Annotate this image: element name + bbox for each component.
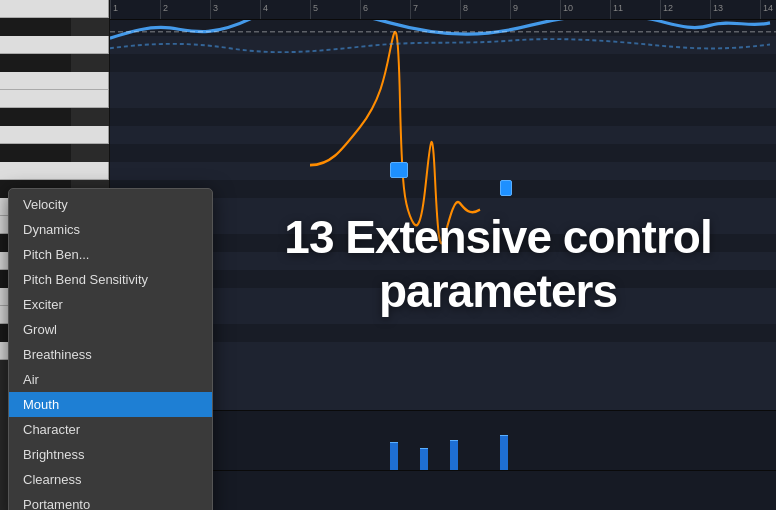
menu-item-velocity[interactable]: Velocity (9, 192, 212, 217)
ruler-mark (210, 0, 211, 19)
ruler-label: 11 (613, 3, 623, 13)
piano-key[interactable] (0, 108, 71, 126)
ruler-label: 10 (563, 3, 573, 13)
menu-item-pitch-bend[interactable]: Pitch Ben... (9, 242, 212, 267)
ruler-mark (560, 0, 561, 19)
velocity-bar (390, 442, 398, 470)
velocity-bar (500, 435, 508, 470)
piano-key[interactable] (0, 36, 109, 54)
piano-key[interactable] (0, 126, 109, 144)
note-row (110, 90, 776, 108)
ruler-mark (760, 0, 761, 19)
ruler-label: 5 (313, 3, 318, 13)
ruler-mark (710, 0, 711, 19)
menu-item-air[interactable]: Air (9, 367, 212, 392)
ruler-label: 8 (463, 3, 468, 13)
dropdown-menu: VelocityDynamicsPitch Ben...Pitch Bend S… (8, 188, 213, 510)
ruler-label: 6 (363, 3, 368, 13)
note-block[interactable] (390, 162, 408, 178)
ruler-label: 3 (213, 3, 218, 13)
menu-item-exciter[interactable]: Exciter (9, 292, 212, 317)
note-block[interactable] (500, 180, 512, 196)
menu-item-character[interactable]: Character (9, 417, 212, 442)
menu-item-pitch-bend-sensitivity[interactable]: Pitch Bend Sensitivity (9, 267, 212, 292)
piano-key[interactable] (0, 162, 109, 180)
menu-item-portamento[interactable]: Portamento (9, 492, 212, 510)
ruler-label: 7 (413, 3, 418, 13)
ruler-label: 14 (763, 3, 773, 13)
note-row (110, 126, 776, 144)
ruler-label: 12 (663, 3, 673, 13)
menu-item-clearness[interactable]: Clearness (9, 467, 212, 492)
ruler-mark (160, 0, 161, 19)
note-row (110, 162, 776, 180)
note-row (110, 144, 776, 162)
ruler-label: 13 (713, 3, 723, 13)
piano-key[interactable] (0, 144, 71, 162)
velocity-bar (420, 448, 428, 470)
ruler-label: 9 (513, 3, 518, 13)
menu-item-growl[interactable]: Growl (9, 317, 212, 342)
piano-key[interactable] (0, 90, 109, 108)
ruler-mark (510, 0, 511, 19)
ruler-mark (360, 0, 361, 19)
note-row (110, 108, 776, 126)
ruler-label: 2 (163, 3, 168, 13)
ruler-mark (610, 0, 611, 19)
piano-key[interactable] (0, 72, 109, 90)
piano-key[interactable] (0, 0, 109, 18)
menu-item-brightness[interactable]: Brightness (9, 442, 212, 467)
ruler-label: 1 (113, 3, 118, 13)
piano-key[interactable] (0, 54, 71, 72)
ruler-mark (460, 0, 461, 19)
ruler-label: 4 (263, 3, 268, 13)
piano-key[interactable] (0, 18, 71, 36)
ruler-mark (310, 0, 311, 19)
menu-item-mouth[interactable]: Mouth (9, 392, 212, 417)
ruler-mark (410, 0, 411, 19)
menu-item-breathiness[interactable]: Breathiness (9, 342, 212, 367)
ruler-mark (660, 0, 661, 19)
note-row (110, 54, 776, 72)
ruler-mark (110, 0, 111, 19)
ruler-mark (260, 0, 261, 19)
note-row (110, 18, 776, 36)
menu-item-dynamics[interactable]: Dynamics (9, 217, 212, 242)
note-row (110, 72, 776, 90)
note-row (110, 36, 776, 54)
velocity-bar (450, 440, 458, 470)
ruler: 1234567891011121314151617181920 (110, 0, 776, 20)
